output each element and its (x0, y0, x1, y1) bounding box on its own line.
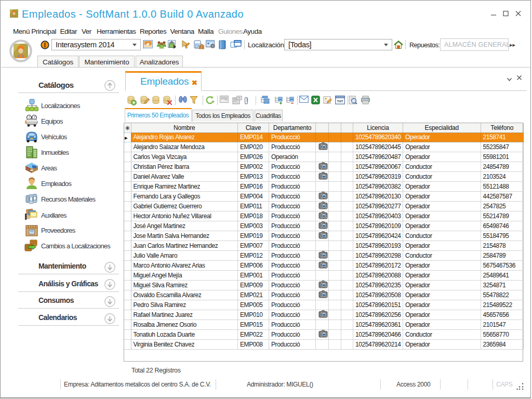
svg-text:TXT: TXT (337, 99, 343, 102)
